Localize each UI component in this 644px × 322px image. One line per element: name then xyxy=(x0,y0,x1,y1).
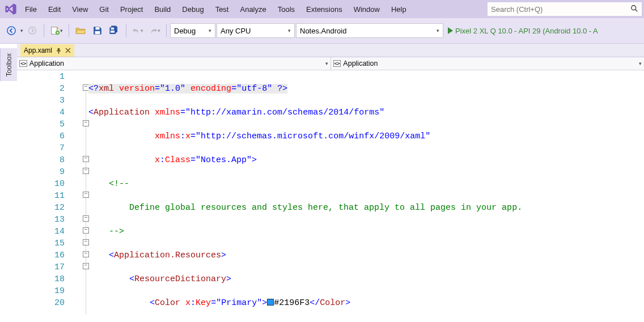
menu-analyze[interactable]: Analyze xyxy=(234,3,272,16)
search-input[interactable] xyxy=(491,5,630,14)
menu-file[interactable]: File xyxy=(19,3,43,16)
menu-test[interactable]: Test xyxy=(210,3,235,16)
chevron-down-icon: ▾ xyxy=(325,61,328,66)
nav-scope-right[interactable]: <> Application ▾ xyxy=(331,57,645,70)
code-editor[interactable]: 12345 678910 1112131415 1617181920 − − −… xyxy=(17,70,644,322)
tab-label: App.xaml xyxy=(24,46,52,54)
startup-project-dropdown[interactable]: Notes.Android▾ xyxy=(296,23,443,38)
chevron-down-icon: ▾ xyxy=(437,28,439,33)
nav-back-button[interactable] xyxy=(3,23,19,39)
redo-button[interactable]: ▾ xyxy=(147,23,163,39)
menu-edit[interactable]: Edit xyxy=(43,3,66,16)
fold-toggle[interactable]: − xyxy=(83,168,89,174)
platform-dropdown[interactable]: Any CPU▾ xyxy=(217,23,295,38)
line-number-gutter: 12345 678910 1112131415 1617181920 xyxy=(17,70,71,309)
svg-rect-6 xyxy=(95,27,99,29)
menu-tools[interactable]: Tools xyxy=(272,3,300,16)
code-nav-row: <> Application ▾ <> Application ▾ xyxy=(17,57,644,70)
toolbar: ▾ ▾ ▾ ▾ Debug▾ Any CPU▾ Notes.Android▾ P… xyxy=(0,18,644,44)
tab-app-xaml[interactable]: App.xaml xyxy=(20,44,74,57)
chevron-down-icon: ▾ xyxy=(209,28,211,33)
fold-toggle[interactable]: − xyxy=(83,84,89,91)
svg-line-1 xyxy=(635,9,638,11)
menu-view[interactable]: View xyxy=(66,3,94,16)
svg-point-2 xyxy=(7,27,15,35)
menu-git[interactable]: Git xyxy=(94,3,115,16)
menu-extensions[interactable]: Extensions xyxy=(300,3,348,16)
menu-build[interactable]: Build xyxy=(149,3,176,16)
fold-toggle[interactable]: − xyxy=(83,227,89,234)
code-content[interactable]: <?xml version="1.0" encoding="utf-8" ?> … xyxy=(88,70,644,322)
svg-rect-8 xyxy=(111,28,114,30)
new-item-button[interactable]: ▾ xyxy=(48,23,65,39)
search-icon xyxy=(630,5,638,14)
svg-point-0 xyxy=(632,5,636,10)
global-search[interactable] xyxy=(488,2,642,16)
toolbox-panel-tab[interactable]: Toolbox xyxy=(0,48,17,81)
fold-toggle[interactable]: − xyxy=(83,215,89,222)
menu-window[interactable]: Window xyxy=(348,3,385,16)
fold-toggle[interactable]: − xyxy=(83,156,89,162)
start-target-label: Pixel 2 XL Q 10.0 - API 29 (Android 10.0… xyxy=(455,27,598,35)
configuration-dropdown[interactable]: Debug▾ xyxy=(170,23,215,38)
svg-rect-9 xyxy=(111,31,115,33)
play-icon xyxy=(448,27,453,34)
nav-forward-button xyxy=(24,23,40,39)
menu-help[interactable]: Help xyxy=(385,3,412,16)
close-icon[interactable] xyxy=(65,48,71,53)
nav-scope-left[interactable]: <> Application ▾ xyxy=(17,57,331,70)
chevron-down-icon: ▾ xyxy=(639,61,642,66)
save-all-button[interactable] xyxy=(107,23,122,39)
fold-toggle[interactable]: − xyxy=(83,263,89,269)
menu-debug[interactable]: Debug xyxy=(176,3,209,16)
xml-scope-icon: <> xyxy=(19,60,27,67)
fold-toggle[interactable]: − xyxy=(83,239,89,245)
undo-button[interactable]: ▾ xyxy=(130,23,146,39)
pin-icon[interactable] xyxy=(56,48,62,54)
visual-studio-logo-icon xyxy=(2,1,19,18)
chevron-down-icon: ▾ xyxy=(288,28,291,33)
document-tabstrip: App.xaml xyxy=(17,44,644,57)
fold-toggle[interactable]: − xyxy=(83,192,89,198)
save-button[interactable] xyxy=(90,23,105,39)
menu-project[interactable]: Project xyxy=(115,3,149,16)
svg-rect-7 xyxy=(95,31,100,34)
fold-toggle[interactable]: − xyxy=(83,251,89,257)
start-debugging-button[interactable]: Pixel 2 XL Q 10.0 - API 29 (Android 10.0… xyxy=(448,27,598,35)
svg-point-3 xyxy=(29,27,36,35)
xml-scope-icon: <> xyxy=(333,60,341,67)
nav-back-caret-icon[interactable]: ▾ xyxy=(20,28,23,33)
fold-toggle[interactable]: − xyxy=(83,120,89,126)
menubar: File Edit View Git Project Build Debug T… xyxy=(0,0,644,18)
open-file-button[interactable] xyxy=(73,23,88,39)
